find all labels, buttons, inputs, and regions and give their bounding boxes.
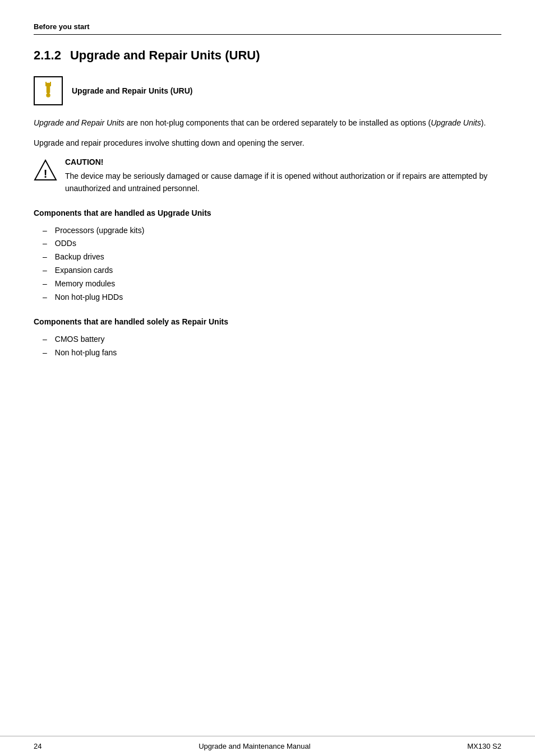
uru-icon-svg: [38, 81, 58, 101]
header-label: Before you start: [34, 22, 501, 31]
intro-paragraph: Upgrade and Repair Units are non hot-plu…: [34, 117, 501, 129]
upgrade-units-list: Processors (upgrade kits) ODDs Backup dr…: [34, 224, 501, 304]
list-item: Non hot-plug HDDs: [34, 291, 501, 304]
caution-icon: !: [34, 159, 57, 184]
footer-page-number: 24: [34, 742, 41, 750]
caution-text-block: CAUTION! The device may be seriously dam…: [65, 157, 501, 195]
caution-title: CAUTION!: [65, 157, 501, 166]
svg-text:!: !: [44, 168, 48, 180]
header-section: Before you start: [34, 22, 501, 35]
section-title: 2.1.2 Upgrade and Repair Units (URU): [34, 48, 501, 63]
page-footer: 24 Upgrade and Maintenance Manual MX130 …: [0, 736, 535, 756]
list-item: CMOS battery: [34, 333, 501, 346]
uru-icon: [34, 76, 63, 105]
repair-units-list: CMOS battery Non hot-plug fans: [34, 333, 501, 360]
section-title-text: Upgrade and Repair Units (URU): [70, 48, 260, 63]
uru-icon-block: Upgrade and Repair Units (URU): [34, 76, 501, 105]
top-divider: [34, 34, 501, 35]
list-item: Memory modules: [34, 277, 501, 291]
repair-units-heading: Components that are handled solely as Re…: [34, 317, 501, 326]
list-item: Non hot-plug fans: [34, 346, 501, 360]
intro-italic2: Upgrade Units: [431, 118, 481, 127]
list-item: Processors (upgrade kits): [34, 224, 501, 238]
caution-triangle-icon: !: [34, 159, 57, 182]
footer-right-text: MX130 S2: [467, 742, 501, 750]
list-item: Expansion cards: [34, 264, 501, 277]
list-item: ODDs: [34, 237, 501, 251]
uru-icon-label: Upgrade and Repair Units (URU): [72, 86, 192, 95]
list-item: Backup drives: [34, 251, 501, 264]
caution-body: The device may be seriously damaged or c…: [65, 170, 501, 195]
upgrade-units-heading: Components that are handled as Upgrade U…: [34, 208, 501, 217]
caution-block: ! CAUTION! The device may be seriously d…: [34, 157, 501, 195]
intro-italic: Upgrade and Repair Units: [34, 118, 124, 127]
intro-paragraph-2: Upgrade and repair procedures involve sh…: [34, 137, 501, 149]
section-number: 2.1.2: [34, 48, 61, 63]
footer-center-text: Upgrade and Maintenance Manual: [199, 742, 310, 750]
